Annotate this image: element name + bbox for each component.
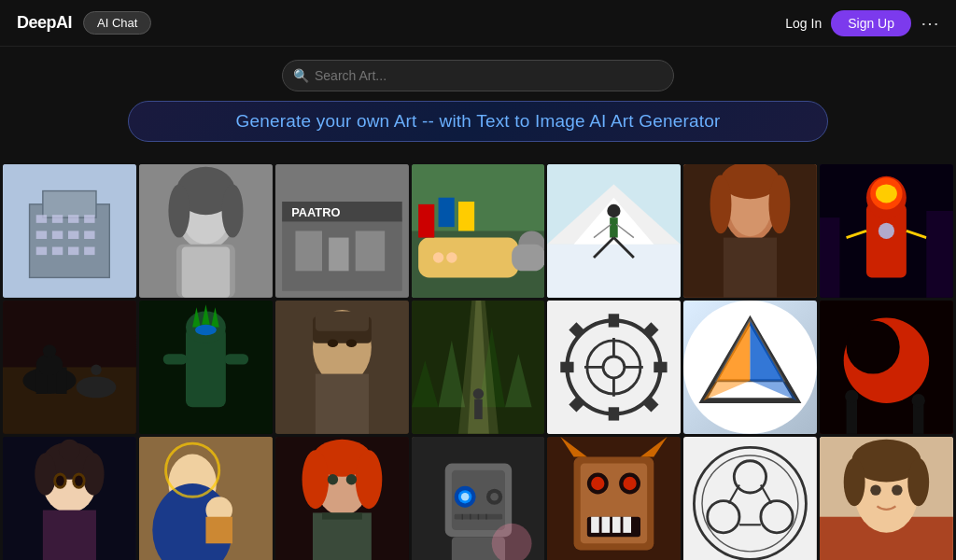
svg-rect-45 [611, 217, 619, 237]
svg-rect-28 [329, 238, 348, 272]
grid-item[interactable] [3, 437, 136, 560]
svg-point-178 [592, 477, 605, 490]
svg-point-152 [302, 450, 329, 509]
grid-item[interactable] [412, 164, 545, 298]
grid-item[interactable] [820, 301, 953, 434]
svg-rect-6 [84, 215, 94, 223]
svg-point-140 [75, 475, 83, 485]
grid-item[interactable] [3, 301, 136, 434]
grid-item[interactable] [275, 301, 409, 434]
svg-point-89 [327, 339, 337, 347]
search-area: 🔍 [0, 47, 956, 101]
svg-point-203 [892, 484, 902, 495]
svg-point-130 [912, 394, 925, 407]
svg-point-73 [43, 344, 56, 357]
svg-rect-35 [418, 204, 434, 238]
svg-rect-11 [36, 247, 47, 256]
search-input[interactable] [282, 60, 674, 91]
svg-point-39 [446, 252, 457, 262]
svg-rect-106 [609, 407, 619, 420]
svg-rect-36 [438, 198, 454, 227]
svg-point-134 [35, 453, 56, 496]
grid-item[interactable]: PAATRO [275, 164, 409, 298]
nav-right: Log In Sign Up ⋯ [785, 10, 939, 36]
svg-rect-141 [43, 510, 96, 560]
svg-point-163 [460, 493, 469, 501]
search-icon: 🔍 [293, 68, 309, 83]
grid-item[interactable] [683, 437, 817, 560]
svg-rect-127 [847, 400, 857, 434]
svg-point-90 [345, 339, 356, 347]
nav-left: DeepAI AI Chat [17, 11, 151, 35]
svg-rect-37 [458, 202, 474, 231]
grid-item[interactable] [412, 437, 545, 560]
svg-rect-181 [592, 516, 600, 532]
svg-point-202 [870, 484, 880, 495]
svg-rect-3 [36, 215, 47, 223]
grid-item[interactable] [683, 301, 817, 434]
more-options-button[interactable]: ⋯ [921, 12, 939, 35]
svg-rect-156 [313, 512, 372, 560]
svg-rect-184 [624, 516, 632, 532]
svg-rect-108 [654, 362, 668, 372]
grid-item[interactable] [820, 437, 953, 560]
svg-point-74 [77, 376, 117, 398]
search-wrapper: 🔍 [282, 60, 674, 91]
svg-point-129 [845, 390, 858, 403]
svg-point-22 [221, 184, 243, 237]
grid-item[interactable] [139, 437, 273, 560]
svg-rect-84 [224, 354, 248, 364]
svg-rect-13 [68, 247, 78, 256]
svg-rect-2 [43, 191, 96, 218]
grid-item[interactable] [275, 437, 409, 560]
svg-point-55 [769, 175, 791, 233]
signup-button[interactable]: Sign Up [831, 10, 911, 36]
svg-rect-7 [36, 231, 47, 239]
grid-item[interactable] [139, 301, 273, 434]
svg-rect-183 [612, 516, 621, 532]
svg-rect-100 [474, 399, 483, 419]
login-button[interactable]: Log In [785, 16, 822, 31]
svg-rect-157 [322, 512, 362, 519]
grid-item[interactable] [547, 301, 681, 434]
svg-rect-66 [926, 211, 953, 298]
svg-rect-107 [561, 362, 574, 372]
svg-point-155 [345, 474, 356, 484]
svg-rect-9 [68, 231, 78, 239]
grid-item[interactable] [820, 164, 953, 298]
brand-logo: DeepAI [17, 13, 72, 33]
grid-item[interactable] [3, 164, 136, 298]
svg-point-61 [876, 184, 897, 203]
svg-point-136 [59, 440, 80, 461]
svg-rect-41 [547, 245, 681, 298]
headline-text: Generate your own Art -- with Text to Im… [235, 111, 720, 131]
svg-rect-10 [84, 231, 94, 239]
svg-rect-105 [609, 314, 619, 327]
svg-point-54 [710, 175, 732, 233]
svg-point-165 [490, 493, 499, 501]
svg-point-82 [195, 325, 217, 335]
svg-rect-88 [316, 311, 369, 330]
svg-rect-65 [820, 217, 839, 298]
svg-text:PAATRO: PAATRO [291, 205, 340, 219]
svg-rect-14 [84, 247, 94, 256]
grid-item[interactable] [412, 301, 545, 434]
svg-point-179 [624, 477, 637, 490]
more-icon: ⋯ [921, 12, 939, 35]
svg-rect-147 [205, 516, 232, 543]
grid-item[interactable] [683, 164, 817, 298]
svg-rect-91 [316, 373, 369, 433]
svg-rect-27 [295, 231, 322, 271]
svg-rect-34 [512, 245, 545, 272]
svg-rect-5 [68, 215, 78, 223]
image-grid: PAATRO [0, 164, 956, 560]
svg-rect-19 [182, 247, 230, 298]
svg-rect-56 [724, 238, 777, 298]
svg-point-126 [847, 320, 900, 373]
grid-item[interactable] [139, 164, 273, 298]
svg-point-201 [907, 458, 929, 506]
ai-chat-button[interactable]: AI Chat [83, 11, 151, 35]
grid-item[interactable] [547, 164, 681, 298]
headline-banner: Generate your own Art -- with Text to Im… [128, 101, 828, 142]
grid-item[interactable] [547, 437, 681, 560]
